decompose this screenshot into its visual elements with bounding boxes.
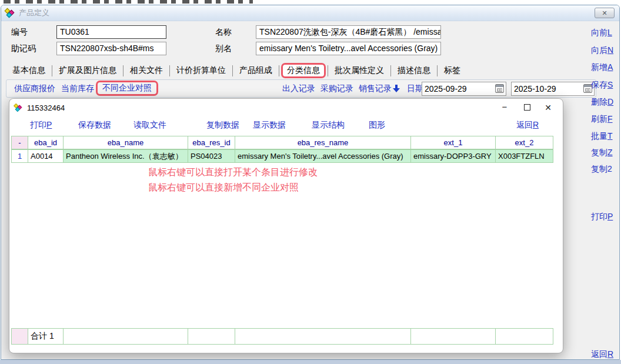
column-header-eba_id[interactable]: eba_id: [28, 136, 64, 149]
screen: 产品定义 ✕ 编号 TU0361 名称 TSN220807洗漱包-深灰（4B#磨…: [0, 0, 621, 364]
mnemonic-label: 助记码: [11, 42, 36, 55]
close-button[interactable]: ✕: [595, 8, 615, 18]
sidebar-return-button[interactable]: 返回R: [591, 349, 613, 360]
date-from-value: 2025-09-29: [425, 84, 467, 93]
minimize-button[interactable]: −: [496, 101, 513, 114]
sidebar-save-button[interactable]: 保存S: [591, 80, 613, 91]
table-header: -eba_ideba_nameeba_res_ideba_res_nameext…: [11, 136, 553, 149]
date-label: 日期: [407, 84, 423, 94]
dialog-return-button[interactable]: 返回R: [516, 120, 539, 131]
dialog-close-button[interactable]: ✕: [539, 101, 557, 114]
sidebar-prev-button[interactable]: 向前L: [591, 28, 612, 38]
tab-batch-attributes[interactable]: 批次属性定义: [328, 64, 390, 77]
sub-link-supplier-quote[interactable]: 供应商报价: [14, 84, 55, 94]
cell[interactable]: 1: [12, 150, 28, 163]
name-input[interactable]: TSN220807洗漱包-深灰（4B#磨石紫黑） /emissary*: [256, 25, 441, 39]
sidebar-copy2-button[interactable]: 复制2: [591, 164, 612, 175]
dialog-show-structure-button[interactable]: 显示结构: [312, 120, 345, 131]
cell[interactable]: Pantheon Wireless Inc.（袁志敏）: [64, 150, 188, 163]
summary-total-cell: 合计 1: [28, 329, 64, 345]
summary-row: 合计 1: [11, 328, 553, 345]
dialog-toolbar: 打印P保存数据读取文件复制数据显示数据显示结构图形返回R: [9, 116, 563, 134]
column-header-ext_1[interactable]: ext_1: [411, 136, 496, 149]
code-input[interactable]: TU0361: [56, 25, 166, 39]
tab-description[interactable]: 描述信息: [391, 64, 437, 77]
sidebar-batch-button[interactable]: 批量T: [591, 131, 613, 142]
column-header-ext_2[interactable]: ext_2: [496, 136, 553, 149]
maximize-button[interactable]: [518, 101, 536, 114]
tab-extended-images[interactable]: 扩展及图片信息: [52, 64, 123, 77]
table-rows: 1A0014Pantheon Wireless Inc.（袁志敏）PS04023…: [12, 150, 553, 163]
summary-marker-cell: [12, 329, 28, 345]
sidebar-delete-button[interactable]: 删除D: [591, 97, 613, 108]
dialog-titlebar[interactable]: 115332464 − ✕: [9, 99, 563, 116]
table-row[interactable]: 1A0014Pantheon Wireless Inc.（袁志敏）PS04023…: [12, 150, 553, 163]
bottom-band: [0, 360, 621, 364]
mnemonic-input[interactable]: TSN220807xsb-sh4B#ms: [56, 42, 166, 55]
annotation-line-2: 鼠标右键可以直接新增不同企业对照: [148, 182, 299, 194]
alias-input[interactable]: emissary Men's Toiletry...avel Accessori…: [256, 42, 441, 55]
tab-unit-conversion[interactable]: 计价折算单位: [170, 64, 232, 77]
tab-related-files[interactable]: 相关文件: [123, 64, 169, 77]
code-label: 编号: [11, 25, 28, 39]
dialog-save-data-button[interactable]: 保存数据: [78, 120, 111, 131]
table-header-row: -eba_ideba_nameeba_res_ideba_res_nameext…: [12, 136, 553, 149]
table-body: 1A0014Pantheon Wireless Inc.（袁志敏）PS04023…: [11, 149, 553, 163]
dialog-icon: [14, 103, 22, 112]
sub-toolbar: 日期 2025-09-29 2025-10-29 供应商报价当前库存不同企业对照…: [6, 79, 596, 98]
date-to-input[interactable]: 2025-10-29: [511, 82, 595, 96]
calendar-icon[interactable]: [495, 84, 504, 93]
dialog-show-data-button[interactable]: 显示数据: [253, 120, 286, 131]
date-filter-arrow-icon[interactable]: [393, 85, 400, 93]
sub-link-inout-records[interactable]: 出入记录: [282, 84, 315, 94]
cell[interactable]: A0014: [28, 150, 64, 163]
annotation-line-1: 鼠标右键可以直接打开某个条目进行修改: [148, 166, 318, 179]
sidebar-print-button[interactable]: 打印P: [591, 212, 613, 222]
cell[interactable]: PS04023: [188, 150, 235, 163]
column-header-eba_res_id[interactable]: eba_res_id: [188, 136, 235, 149]
dialog-print-button[interactable]: 打印P: [30, 120, 52, 131]
date-from-input[interactable]: 2025-09-29: [422, 82, 506, 96]
sub-link-current-stock[interactable]: 当前库存: [61, 84, 94, 94]
background-window-clipped-text: [4, 0, 253, 4]
sidebar-refresh-button[interactable]: 刷新F: [591, 114, 613, 125]
dialog-graph-button[interactable]: 图形: [369, 120, 385, 131]
alias-label: 别名: [215, 42, 232, 55]
dialog-title: 115332464: [27, 103, 65, 112]
column-header-eba_res_name[interactable]: eba_res_name: [235, 136, 411, 149]
sub-link-enterprise-mapping[interactable]: 不同企业对照: [96, 81, 158, 96]
column-header-marker[interactable]: -: [12, 136, 28, 149]
tab-product-composition[interactable]: 产品组成: [233, 64, 279, 77]
sub-link-sales-records[interactable]: 销售记录: [359, 84, 392, 94]
tab-bar: 基本信息扩展及图片信息相关文件计价折算单位产品组成分类信息批次属性定义描述信息标…: [6, 62, 467, 79]
cell[interactable]: X003FTZFLN: [496, 150, 553, 163]
cell[interactable]: emissary Men's Toiletry...avel Accessori…: [235, 150, 411, 163]
app-icon: [5, 8, 15, 18]
sub-link-purchase-records[interactable]: 采购记录: [320, 84, 353, 94]
sidebar-add-button[interactable]: 新增A: [591, 62, 613, 73]
product-definition-window: 产品定义 ✕ 编号 TU0361 名称 TSN220807洗漱包-深灰（4B#磨…: [1, 5, 620, 360]
enterprise-mapping-dialog: 115332464 − ✕ 打印P保存数据读取文件复制数据显示数据显示结构图形返…: [9, 98, 563, 353]
tab-label[interactable]: 标签: [438, 64, 467, 77]
window-title: 产品定义: [19, 8, 49, 18]
tab-separator: [279, 65, 279, 76]
tab-classification[interactable]: 分类信息: [281, 63, 326, 78]
window-titlebar[interactable]: 产品定义 ✕: [1, 5, 619, 21]
sidebar-copy-button[interactable]: 复制Z: [591, 148, 613, 158]
date-to-value: 2025-10-29: [514, 84, 556, 93]
column-header-eba_name[interactable]: eba_name: [64, 136, 188, 149]
sidebar-next-button[interactable]: 向后N: [591, 45, 613, 56]
tab-basic-info[interactable]: 基本信息: [6, 64, 52, 77]
dialog-copy-data-button[interactable]: 复制数据: [206, 120, 239, 131]
name-label: 名称: [215, 25, 232, 39]
cell[interactable]: emissary-DOPP3-GRY: [411, 150, 496, 163]
dialog-read-file-button[interactable]: 读取文件: [133, 120, 166, 131]
